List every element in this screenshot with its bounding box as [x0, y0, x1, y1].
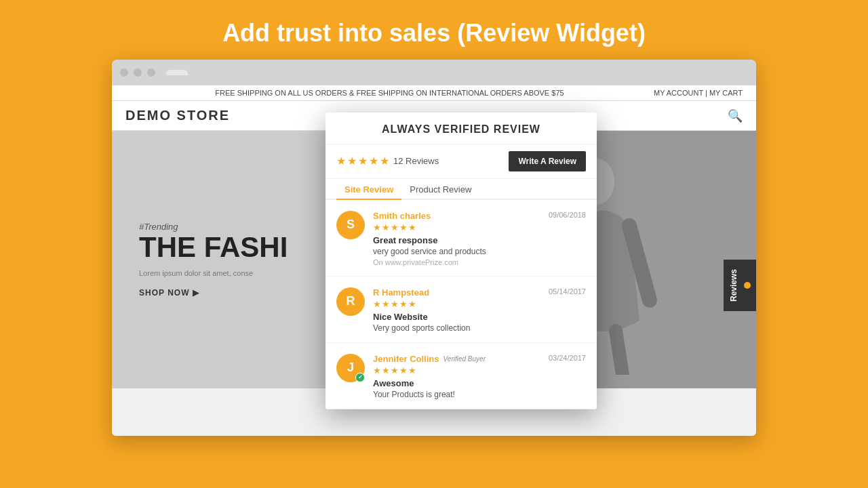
- modal-title: ALWAYS VERIFIED REVIEW: [339, 123, 583, 136]
- modal-header: ALWAYS VERIFIED REVIEW: [326, 113, 597, 144]
- review-body-3: Jennifer Collins Verified Buyer 03/24/20…: [373, 354, 586, 399]
- star-1: ★: [336, 155, 346, 167]
- review-item-1: S Smith charles 09/06/2018 ★ ★ ★ ★ ★: [326, 200, 597, 277]
- hero-title: THE FASHI: [139, 232, 288, 263]
- review-count: 12 Reviews: [393, 156, 439, 166]
- overall-stars: ★ ★ ★ ★ ★: [336, 155, 389, 167]
- reviewer-avatar-1: S: [336, 211, 365, 239]
- reviewer-name-2: R Hampstead: [373, 287, 429, 298]
- review-top-row-1: Smith charles 09/06/2018: [373, 211, 586, 221]
- search-icon[interactable]: 🔍: [728, 108, 743, 123]
- review-date-2: 05/14/2017: [549, 287, 586, 296]
- review-date-1: 09/06/2018: [549, 211, 586, 219]
- store-header-top: FREE SHIPPING ON ALL US ORDERS & FREE SH…: [112, 85, 756, 101]
- reviewer-avatar-2: R: [336, 287, 365, 316]
- account-links[interactable]: MY ACCOUNT | MY CART: [654, 89, 743, 97]
- tab-site-review[interactable]: Site Review: [336, 179, 401, 200]
- review-item-3: J ✓ Jennifer Collins Verified Buyer 03/2…: [326, 343, 597, 409]
- verified-label-3: Verified Buyer: [443, 355, 486, 363]
- reviews-sidebar-tab[interactable]: Reviews: [724, 260, 756, 311]
- store-logo: DEMO STORE: [125, 108, 230, 123]
- browser-mockup: FREE SHIPPING ON ALL US ORDERS & FREE SH…: [112, 60, 756, 436]
- reviewer-name-verified-3: Jennifer Collins Verified Buyer: [373, 354, 486, 364]
- review-headline-1: Great response: [373, 235, 586, 245]
- browser-dot-2: [134, 68, 142, 77]
- page-title: Add trust into sales (Review Widget): [222, 19, 646, 47]
- review-text-2: Very good sports collection: [373, 323, 586, 333]
- hero-left: #Trending THE FASHI Lorem ipsum dolor si…: [112, 195, 315, 324]
- modal-rating-row: ★ ★ ★ ★ ★ 12 Reviews Write A Review: [326, 144, 597, 179]
- reviews-tab-label: Reviews: [729, 269, 738, 302]
- reviewer-name-1: Smith charles: [373, 211, 431, 221]
- review-date-3: 03/24/2017: [549, 354, 586, 362]
- reviews-list: S Smith charles 09/06/2018 ★ ★ ★ ★ ★: [326, 200, 597, 409]
- review-top-row-2: R Hampstead 05/14/2017: [373, 287, 586, 298]
- review-stars-1: ★ ★ ★ ★ ★: [373, 222, 586, 232]
- review-headline-3: Awesome: [373, 378, 586, 388]
- browser-tab: [166, 70, 188, 75]
- verified-badge-3: ✓: [355, 373, 365, 382]
- tab-product-review[interactable]: Product Review: [401, 179, 479, 199]
- review-body-1: Smith charles 09/06/2018 ★ ★ ★ ★ ★ Great…: [373, 211, 586, 266]
- reviewer-avatar-3: J ✓: [336, 354, 365, 382]
- reviewer-name-3: Jennifer Collins: [373, 354, 439, 364]
- reviews-tab-dot: [744, 282, 751, 289]
- review-text-3: Your Products is great!: [373, 390, 586, 399]
- review-stars-2: ★ ★ ★ ★ ★: [373, 299, 586, 309]
- hero-cta[interactable]: SHOP NOW ▶: [139, 288, 288, 298]
- browser-dot-3: [147, 68, 155, 77]
- browser-dot-1: [120, 68, 128, 77]
- store-content: FREE SHIPPING ON ALL US ORDERS & FREE SH…: [112, 85, 756, 436]
- star-3: ★: [358, 155, 368, 167]
- hero-subtitle: Lorem ipsum dolor sit amet, conse: [139, 269, 288, 277]
- star-5: ★: [380, 155, 389, 167]
- review-modal: ALWAYS VERIFIED REVIEW ★ ★ ★ ★ ★ 12 Revi…: [326, 113, 597, 409]
- star-2: ★: [347, 155, 357, 167]
- write-review-button[interactable]: Write A Review: [509, 151, 586, 171]
- modal-stars-count: ★ ★ ★ ★ ★ 12 Reviews: [336, 155, 439, 167]
- promo-text: FREE SHIPPING ON ALL US ORDERS & FREE SH…: [125, 89, 654, 97]
- review-item-2: R R Hampstead 05/14/2017 ★ ★ ★ ★ ★: [326, 277, 597, 343]
- review-text-1: very good service and products: [373, 247, 586, 256]
- browser-bar: [112, 60, 756, 85]
- review-headline-2: Nice Website: [373, 312, 586, 322]
- star-4: ★: [369, 155, 378, 167]
- review-body-2: R Hampstead 05/14/2017 ★ ★ ★ ★ ★ Nice We…: [373, 287, 586, 333]
- review-site-1: On www.privatePrize.com: [373, 258, 586, 266]
- hero-trending: #Trending: [139, 222, 288, 232]
- modal-tabs: Site Review Product Review: [326, 179, 597, 200]
- review-stars-3: ★ ★ ★ ★ ★: [373, 365, 586, 375]
- review-top-row-3: Jennifer Collins Verified Buyer 03/24/20…: [373, 354, 586, 364]
